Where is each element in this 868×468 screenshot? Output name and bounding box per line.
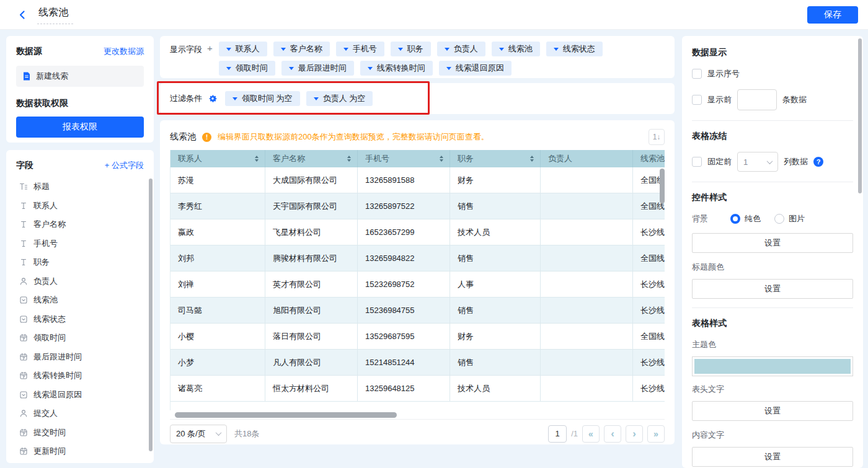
table-cell: 天宇国际有限公司 bbox=[265, 193, 358, 219]
text-field-icon bbox=[19, 258, 28, 267]
table-cell: 人事 bbox=[450, 272, 541, 298]
title-color-label: 标题颜色 bbox=[692, 262, 853, 273]
field-item[interactable]: 线索退回原因 bbox=[16, 388, 144, 402]
field-item[interactable]: 手机号 bbox=[16, 237, 144, 250]
save-button[interactable]: 保存 bbox=[807, 6, 858, 24]
column-header-label: 负责人 bbox=[548, 153, 626, 164]
show-index-checkbox[interactable] bbox=[692, 69, 702, 79]
field-item[interactable]: 联系人 bbox=[16, 199, 144, 213]
first-page-button[interactable] bbox=[582, 425, 600, 443]
add-display-field-button[interactable]: + bbox=[207, 44, 213, 53]
datasource-item[interactable]: 新建线索 bbox=[16, 66, 144, 87]
table-horizontal-scrollbar[interactable] bbox=[175, 412, 397, 418]
field-item[interactable]: 线索池 bbox=[16, 293, 144, 307]
column-header[interactable]: 线索池 bbox=[633, 150, 665, 167]
display-field-chip[interactable]: 线索退回原因 bbox=[439, 61, 512, 76]
chip-label: 线索转换时间 bbox=[377, 63, 425, 74]
help-icon[interactable]: ? bbox=[813, 157, 823, 167]
column-header[interactable]: 客户名称 bbox=[265, 150, 358, 167]
table-cell: 英才有限公司 bbox=[265, 272, 358, 298]
title-color-set-button[interactable]: 设置 bbox=[692, 279, 853, 299]
fields-scrollbar[interactable] bbox=[149, 179, 153, 451]
show-first-count-input[interactable] bbox=[737, 89, 777, 110]
column-header[interactable]: 职务 bbox=[450, 150, 541, 167]
sort-arrows-icon[interactable] bbox=[347, 156, 351, 162]
table-vertical-scrollbar[interactable] bbox=[660, 169, 665, 203]
freeze-count-select[interactable]: 1 bbox=[737, 152, 778, 172]
table-row[interactable]: 刘禅英才有限公司15232698752人事长沙线索池 bbox=[170, 272, 665, 298]
display-field-chip[interactable]: 领取时间 bbox=[219, 61, 275, 76]
chevron-down-icon bbox=[446, 67, 451, 70]
gear-icon[interactable] bbox=[208, 94, 218, 104]
column-header[interactable]: 负责人 bbox=[541, 150, 633, 167]
sort-order-icon[interactable]: 1↓ bbox=[649, 129, 665, 145]
field-item[interactable]: 职务 bbox=[16, 255, 144, 269]
sort-arrows-icon[interactable] bbox=[440, 156, 443, 162]
change-datasource-link[interactable]: 更改数据源 bbox=[104, 46, 144, 57]
theme-color-picker[interactable] bbox=[692, 356, 853, 376]
table-cell: 15232698752 bbox=[358, 272, 450, 298]
display-field-chip[interactable]: 负责人 bbox=[437, 42, 485, 56]
field-item[interactable]: 更新时间 bbox=[16, 444, 144, 458]
image-radio[interactable]: 图片 bbox=[774, 213, 805, 224]
display-field-chip[interactable]: 最后跟进时间 bbox=[281, 61, 354, 76]
settings-scrollbar[interactable] bbox=[858, 38, 862, 193]
field-item[interactable]: 线索状态 bbox=[16, 312, 144, 326]
filter-condition-chip[interactable]: 负责人 为空 bbox=[306, 91, 373, 106]
chevron-down-icon bbox=[289, 67, 294, 70]
table-row[interactable]: 李秀红天宇国际有限公司13265897522销售全国线索池 bbox=[170, 193, 665, 219]
chip-label: 手机号 bbox=[353, 43, 377, 55]
page-size-select[interactable]: 20 条/页 bbox=[170, 425, 227, 443]
field-item[interactable]: 客户名称 bbox=[16, 218, 144, 231]
datasource-title: 数据源 bbox=[16, 46, 42, 57]
field-item[interactable]: 标题 bbox=[16, 180, 144, 193]
filter-condition-chip[interactable]: 领取时间 为空 bbox=[225, 91, 300, 106]
display-field-chip[interactable]: 联系人 bbox=[219, 42, 267, 56]
display-field-chip[interactable]: 线索转换时间 bbox=[360, 61, 433, 76]
table-row[interactable]: 司马懿旭阳有限公司15236984755销售长沙线索池 bbox=[170, 298, 665, 324]
field-item[interactable]: 提交时间 bbox=[16, 426, 144, 439]
column-header[interactable]: 联系人 bbox=[170, 150, 265, 167]
back-button[interactable] bbox=[17, 10, 27, 20]
solid-color-radio[interactable]: 纯色 bbox=[730, 213, 761, 224]
field-item[interactable]: 负责人 bbox=[16, 275, 144, 288]
column-header-label: 手机号 bbox=[365, 153, 436, 164]
table-row[interactable]: 苏漫大成国际有限公司13265891588财务全国线索池 bbox=[170, 167, 665, 193]
sort-arrows-icon[interactable] bbox=[255, 156, 259, 162]
table-row[interactable]: 诸葛亮恒太方材料公司13259648125技术人员长沙线索池 bbox=[170, 376, 665, 402]
field-item[interactable]: 线索转换时间 bbox=[16, 369, 144, 382]
table-cell: 销售 bbox=[450, 245, 541, 272]
display-field-chip[interactable]: 客户名称 bbox=[273, 42, 330, 56]
prev-page-button[interactable] bbox=[604, 425, 621, 443]
background-set-button[interactable]: 设置 bbox=[692, 233, 853, 253]
field-item[interactable]: 最后跟进时间 bbox=[16, 350, 144, 364]
datasource-panel: 数据源 更改数据源 新建线索 数据获取权限 报表权限 bbox=[6, 36, 154, 143]
display-field-chip[interactable]: 职务 bbox=[391, 42, 431, 56]
display-field-chip[interactable]: 线索状态 bbox=[546, 42, 603, 56]
add-formula-field-link[interactable]: + 公式字段 bbox=[105, 160, 144, 171]
filter-panel: 过滤条件 领取时间 为空负责人 为空 bbox=[160, 83, 675, 114]
page-number-input[interactable] bbox=[548, 425, 567, 443]
rows-suffix-label: 条数据 bbox=[782, 94, 807, 105]
sort-arrows-icon[interactable] bbox=[530, 156, 534, 162]
table-row[interactable]: 嬴政飞星材料公司16523657299技术人员长沙线索池 bbox=[170, 219, 665, 245]
show-first-checkbox[interactable] bbox=[692, 95, 702, 105]
field-item[interactable]: 领取时间 bbox=[16, 331, 144, 345]
page-title[interactable]: 线索池 bbox=[37, 5, 73, 24]
display-field-chip[interactable]: 手机号 bbox=[336, 42, 384, 56]
table-cell: 飞星材料公司 bbox=[265, 219, 358, 245]
table-cell bbox=[541, 167, 633, 193]
display-field-chip[interactable]: 线索池 bbox=[492, 42, 540, 56]
last-page-button[interactable] bbox=[647, 425, 665, 443]
table-cell bbox=[541, 298, 633, 324]
header-text-set-button[interactable]: 设置 bbox=[692, 401, 853, 421]
field-item[interactable]: 提交人 bbox=[16, 407, 144, 420]
freeze-columns-checkbox[interactable] bbox=[692, 157, 702, 167]
report-permission-button[interactable]: 报表权限 bbox=[16, 117, 144, 138]
column-header[interactable]: 手机号 bbox=[358, 150, 450, 167]
content-text-set-button[interactable]: 设置 bbox=[692, 447, 853, 467]
table-row[interactable]: 刘邦腾骏材料有限公司13265984822销售全国线索池 bbox=[170, 245, 665, 272]
table-row[interactable]: 小樱落日有限公司13529687595财务全国线索池 bbox=[170, 324, 665, 350]
next-page-button[interactable] bbox=[626, 425, 643, 443]
table-row[interactable]: 小梦凡人有限公司15214851244销售长沙线索池 bbox=[170, 350, 665, 376]
